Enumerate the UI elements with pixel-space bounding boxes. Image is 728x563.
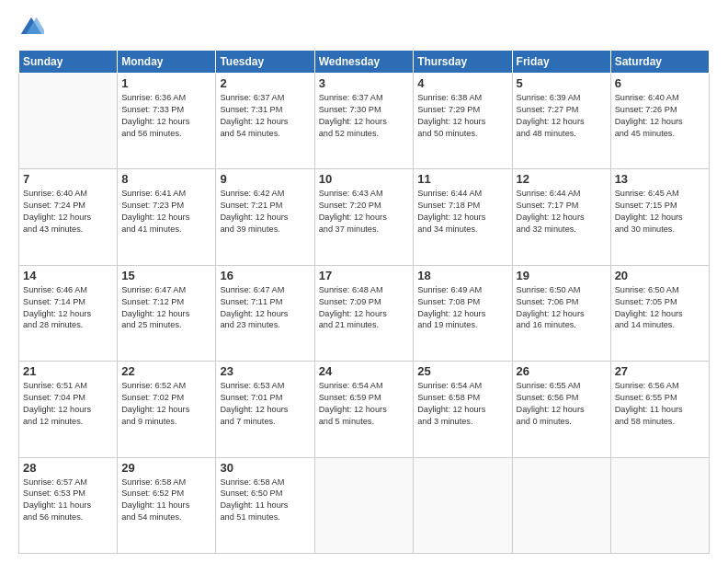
weekday-header: Monday bbox=[118, 51, 216, 74]
calendar-cell bbox=[314, 457, 414, 553]
day-info: Sunrise: 6:44 AM Sunset: 7:18 PM Dayligh… bbox=[417, 188, 507, 236]
day-info: Sunrise: 6:54 AM Sunset: 6:59 PM Dayligh… bbox=[319, 380, 410, 428]
day-number: 30 bbox=[220, 461, 310, 475]
day-number: 11 bbox=[417, 172, 507, 186]
calendar-week-row: 14Sunrise: 6:46 AM Sunset: 7:14 PM Dayli… bbox=[19, 265, 710, 361]
day-number: 27 bbox=[615, 364, 705, 378]
calendar-cell bbox=[19, 74, 118, 169]
calendar-week-row: 7Sunrise: 6:40 AM Sunset: 7:24 PM Daylig… bbox=[19, 169, 710, 265]
day-info: Sunrise: 6:47 AM Sunset: 7:12 PM Dayligh… bbox=[121, 284, 211, 332]
day-info: Sunrise: 6:40 AM Sunset: 7:24 PM Dayligh… bbox=[23, 188, 113, 236]
day-number: 26 bbox=[517, 364, 607, 378]
calendar-cell: 19Sunrise: 6:50 AM Sunset: 7:06 PM Dayli… bbox=[512, 265, 610, 361]
page: SundayMondayTuesdayWednesdayThursdayFrid… bbox=[0, 0, 728, 563]
day-info: Sunrise: 6:36 AM Sunset: 7:33 PM Dayligh… bbox=[121, 92, 211, 140]
calendar-cell: 17Sunrise: 6:48 AM Sunset: 7:09 PM Dayli… bbox=[314, 265, 414, 361]
day-number: 14 bbox=[23, 269, 113, 282]
calendar-cell: 4Sunrise: 6:38 AM Sunset: 7:29 PM Daylig… bbox=[414, 74, 512, 169]
calendar-cell: 13Sunrise: 6:45 AM Sunset: 7:15 PM Dayli… bbox=[610, 169, 709, 265]
day-info: Sunrise: 6:48 AM Sunset: 7:09 PM Dayligh… bbox=[319, 284, 410, 332]
day-info: Sunrise: 6:40 AM Sunset: 7:26 PM Dayligh… bbox=[615, 92, 705, 140]
day-number: 19 bbox=[517, 269, 607, 282]
calendar-cell: 24Sunrise: 6:54 AM Sunset: 6:59 PM Dayli… bbox=[314, 362, 414, 457]
day-info: Sunrise: 6:43 AM Sunset: 7:20 PM Dayligh… bbox=[319, 188, 410, 236]
day-number: 2 bbox=[220, 76, 310, 90]
day-number: 25 bbox=[417, 364, 507, 378]
day-number: 17 bbox=[319, 269, 410, 282]
day-info: Sunrise: 6:39 AM Sunset: 7:27 PM Dayligh… bbox=[517, 92, 607, 140]
day-number: 23 bbox=[220, 364, 310, 378]
day-number: 10 bbox=[319, 172, 410, 186]
calendar-cell: 2Sunrise: 6:37 AM Sunset: 7:31 PM Daylig… bbox=[216, 74, 314, 169]
calendar-cell: 7Sunrise: 6:40 AM Sunset: 7:24 PM Daylig… bbox=[19, 169, 118, 265]
calendar-cell: 20Sunrise: 6:50 AM Sunset: 7:05 PM Dayli… bbox=[610, 265, 709, 361]
day-number: 12 bbox=[517, 172, 607, 186]
day-number: 16 bbox=[220, 269, 310, 282]
calendar-cell: 1Sunrise: 6:36 AM Sunset: 7:33 PM Daylig… bbox=[118, 74, 216, 169]
calendar-cell: 28Sunrise: 6:57 AM Sunset: 6:53 PM Dayli… bbox=[19, 457, 118, 553]
calendar-cell: 14Sunrise: 6:46 AM Sunset: 7:14 PM Dayli… bbox=[19, 265, 118, 361]
day-number: 4 bbox=[417, 76, 507, 90]
day-number: 21 bbox=[23, 364, 113, 378]
day-info: Sunrise: 6:42 AM Sunset: 7:21 PM Dayligh… bbox=[220, 188, 310, 236]
day-number: 8 bbox=[121, 172, 211, 186]
day-info: Sunrise: 6:47 AM Sunset: 7:11 PM Dayligh… bbox=[220, 284, 310, 332]
calendar-cell: 10Sunrise: 6:43 AM Sunset: 7:20 PM Dayli… bbox=[314, 169, 414, 265]
weekday-header: Tuesday bbox=[216, 51, 314, 74]
day-number: 5 bbox=[517, 76, 607, 90]
day-info: Sunrise: 6:44 AM Sunset: 7:17 PM Dayligh… bbox=[517, 188, 607, 236]
day-info: Sunrise: 6:58 AM Sunset: 6:50 PM Dayligh… bbox=[220, 477, 310, 524]
day-info: Sunrise: 6:53 AM Sunset: 7:01 PM Dayligh… bbox=[220, 380, 310, 428]
weekday-header: Sunday bbox=[19, 51, 118, 74]
day-number: 28 bbox=[23, 461, 113, 475]
logo-icon bbox=[18, 15, 44, 40]
day-info: Sunrise: 6:52 AM Sunset: 7:02 PM Dayligh… bbox=[121, 380, 211, 428]
calendar-cell: 9Sunrise: 6:42 AM Sunset: 7:21 PM Daylig… bbox=[216, 169, 314, 265]
weekday-header: Wednesday bbox=[314, 51, 414, 74]
weekday-header-row: SundayMondayTuesdayWednesdayThursdayFrid… bbox=[19, 51, 710, 74]
day-info: Sunrise: 6:37 AM Sunset: 7:31 PM Dayligh… bbox=[220, 92, 310, 140]
day-info: Sunrise: 6:55 AM Sunset: 6:56 PM Dayligh… bbox=[517, 380, 607, 428]
day-number: 1 bbox=[121, 76, 211, 90]
calendar-week-row: 28Sunrise: 6:57 AM Sunset: 6:53 PM Dayli… bbox=[19, 457, 710, 553]
calendar-cell: 27Sunrise: 6:56 AM Sunset: 6:55 PM Dayli… bbox=[610, 362, 709, 457]
day-number: 18 bbox=[417, 269, 507, 282]
day-number: 20 bbox=[615, 269, 705, 282]
calendar-cell: 11Sunrise: 6:44 AM Sunset: 7:18 PM Dayli… bbox=[414, 169, 512, 265]
calendar-week-row: 21Sunrise: 6:51 AM Sunset: 7:04 PM Dayli… bbox=[19, 362, 710, 457]
calendar-cell: 22Sunrise: 6:52 AM Sunset: 7:02 PM Dayli… bbox=[118, 362, 216, 457]
logo bbox=[18, 15, 48, 40]
calendar-cell: 15Sunrise: 6:47 AM Sunset: 7:12 PM Dayli… bbox=[118, 265, 216, 361]
day-number: 15 bbox=[121, 269, 211, 282]
calendar-cell: 23Sunrise: 6:53 AM Sunset: 7:01 PM Dayli… bbox=[216, 362, 314, 457]
day-number: 24 bbox=[319, 364, 410, 378]
day-info: Sunrise: 6:58 AM Sunset: 6:52 PM Dayligh… bbox=[121, 477, 211, 524]
calendar-cell: 5Sunrise: 6:39 AM Sunset: 7:27 PM Daylig… bbox=[512, 74, 610, 169]
day-info: Sunrise: 6:45 AM Sunset: 7:15 PM Dayligh… bbox=[615, 188, 705, 236]
header bbox=[18, 15, 710, 40]
day-info: Sunrise: 6:41 AM Sunset: 7:23 PM Dayligh… bbox=[121, 188, 211, 236]
day-info: Sunrise: 6:56 AM Sunset: 6:55 PM Dayligh… bbox=[615, 380, 705, 428]
day-info: Sunrise: 6:38 AM Sunset: 7:29 PM Dayligh… bbox=[417, 92, 507, 140]
calendar-cell: 12Sunrise: 6:44 AM Sunset: 7:17 PM Dayli… bbox=[512, 169, 610, 265]
day-number: 6 bbox=[615, 76, 705, 90]
day-info: Sunrise: 6:51 AM Sunset: 7:04 PM Dayligh… bbox=[23, 380, 113, 428]
calendar-cell bbox=[414, 457, 512, 553]
day-number: 22 bbox=[121, 364, 211, 378]
day-info: Sunrise: 6:37 AM Sunset: 7:30 PM Dayligh… bbox=[319, 92, 410, 140]
calendar-cell: 18Sunrise: 6:49 AM Sunset: 7:08 PM Dayli… bbox=[414, 265, 512, 361]
calendar: SundayMondayTuesdayWednesdayThursdayFrid… bbox=[18, 50, 710, 554]
day-number: 13 bbox=[615, 172, 705, 186]
calendar-cell bbox=[512, 457, 610, 553]
weekday-header: Thursday bbox=[414, 51, 512, 74]
calendar-cell: 3Sunrise: 6:37 AM Sunset: 7:30 PM Daylig… bbox=[314, 74, 414, 169]
day-number: 3 bbox=[319, 76, 410, 90]
day-info: Sunrise: 6:57 AM Sunset: 6:53 PM Dayligh… bbox=[23, 477, 113, 524]
calendar-cell: 26Sunrise: 6:55 AM Sunset: 6:56 PM Dayli… bbox=[512, 362, 610, 457]
day-number: 7 bbox=[23, 172, 113, 186]
calendar-cell: 29Sunrise: 6:58 AM Sunset: 6:52 PM Dayli… bbox=[118, 457, 216, 553]
calendar-cell: 30Sunrise: 6:58 AM Sunset: 6:50 PM Dayli… bbox=[216, 457, 314, 553]
weekday-header: Saturday bbox=[610, 51, 709, 74]
calendar-cell: 25Sunrise: 6:54 AM Sunset: 6:58 PM Dayli… bbox=[414, 362, 512, 457]
day-info: Sunrise: 6:54 AM Sunset: 6:58 PM Dayligh… bbox=[417, 380, 507, 428]
